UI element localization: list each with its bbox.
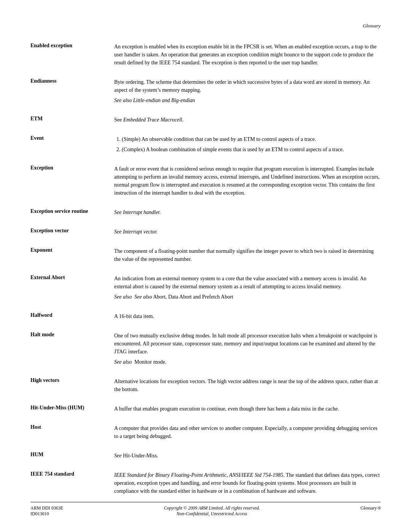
term-hit-under-miss: Hit-Under-Miss (HUM)	[30, 403, 114, 417]
list-item: Exception service routine See Interrupt …	[30, 206, 381, 221]
term-halt-mode: Halt mode	[30, 329, 114, 371]
list-item: External Abort An indication from an ext…	[30, 272, 381, 305]
list-item: IEEE 754 standard IEEE Standard for Bina…	[30, 469, 381, 500]
page: Glossary Enabled exception An exception …	[0, 0, 411, 532]
term-hum: HUM	[30, 449, 114, 464]
footer-page-number: Glossary-9	[360, 505, 381, 511]
def-exception-vector: See Interrupt vector.	[114, 225, 381, 240]
footer-left: ARM DDI 0363E ID013010	[30, 505, 63, 517]
page-footer: ARM DDI 0363E ID013010 Copyright © 2009 …	[30, 502, 381, 517]
footer-confidentiality: Non-Confidential, Unrestricted Access	[164, 511, 260, 517]
def-endianness: Byte ordering. The scheme that determine…	[114, 76, 381, 109]
list-item: Endianness Byte ordering. The scheme tha…	[30, 76, 381, 109]
header-title: Glossary	[363, 23, 381, 29]
term-host: Host	[30, 422, 114, 445]
def-exception-service-routine: See Interrupt handler.	[114, 206, 381, 221]
list-item: HUM See Hit-Under-Miss.	[30, 449, 381, 464]
term-exception-vector: Exception vector	[30, 225, 114, 240]
list-item: (Simple) An observable condition that ca…	[122, 135, 381, 143]
footer-doc-id-2: ID013010	[30, 511, 63, 517]
list-item: Host A computer that provides data and o…	[30, 422, 381, 445]
footer-right: Glossary-9	[360, 505, 381, 511]
list-item: Hit-Under-Miss (HUM) A buffer that enabl…	[30, 403, 381, 417]
def-exponent: The component of a floating-point number…	[114, 245, 381, 268]
def-halfword: A 16-bit data item.	[114, 310, 381, 325]
term-endianness: Endianness	[30, 76, 114, 109]
term-external-abort: External Abort	[30, 272, 114, 305]
term-etm: ETM	[30, 113, 114, 128]
footer-copyright: Copyright © 2009 ARM Limited. All rights…	[164, 505, 260, 511]
term-exception: Exception	[30, 163, 114, 201]
term-enabled-exception: Enabled exception	[30, 40, 114, 71]
term-exception-service-routine: Exception service routine	[30, 206, 114, 221]
def-hit-under-miss: A buffer that enables program execution …	[114, 403, 381, 417]
glossary-table: Enabled exception An exception is enable…	[30, 40, 381, 500]
list-item: Exception A fault or error event that is…	[30, 163, 381, 201]
def-etm: See Embedded Trace Macrocell.	[114, 113, 381, 128]
def-exception: A fault or error event that is considere…	[114, 163, 381, 201]
list-item: Halfword A 16-bit data item.	[30, 310, 381, 325]
term-event: Event	[30, 133, 114, 158]
def-high-vectors: Alternative locations for exception vect…	[114, 375, 381, 398]
list-item: Exception vector See Interrupt vector.	[30, 225, 381, 240]
term-exponent: Exponent	[30, 245, 114, 268]
def-external-abort: An indication from an external memory sy…	[114, 272, 381, 305]
term-halfword: Halfword	[30, 310, 114, 325]
footer-doc-id-1: ARM DDI 0363E	[30, 505, 63, 511]
list-item: Event (Simple) An observable condition t…	[30, 133, 381, 158]
list-item: ETM See Embedded Trace Macrocell.	[30, 113, 381, 128]
list-item: Enabled exception An exception is enable…	[30, 40, 381, 71]
def-hum: See Hit-Under-Miss.	[114, 449, 381, 464]
list-item: Exponent The component of a floating-poi…	[30, 245, 381, 268]
list-item: High vectors Alternative locations for e…	[30, 375, 381, 398]
list-item: (Complex) A boolean combination of simpl…	[122, 145, 381, 153]
page-header: Glossary	[30, 23, 381, 29]
def-host: A computer that provides data and other …	[114, 422, 381, 445]
def-enabled-exception: An exception is enabled when its excepti…	[114, 40, 381, 71]
def-event: (Simple) An observable condition that ca…	[114, 133, 381, 158]
def-halt-mode: One of two mutually exclusive debug mode…	[114, 329, 381, 371]
list-item: Halt mode One of two mutually exclusive …	[30, 329, 381, 371]
term-ieee-754: IEEE 754 standard	[30, 469, 114, 500]
term-high-vectors: High vectors	[30, 375, 114, 398]
footer-center: Copyright © 2009 ARM Limited. All rights…	[164, 505, 260, 517]
def-ieee-754: IEEE Standard for Binary Floating-Point …	[114, 469, 381, 500]
